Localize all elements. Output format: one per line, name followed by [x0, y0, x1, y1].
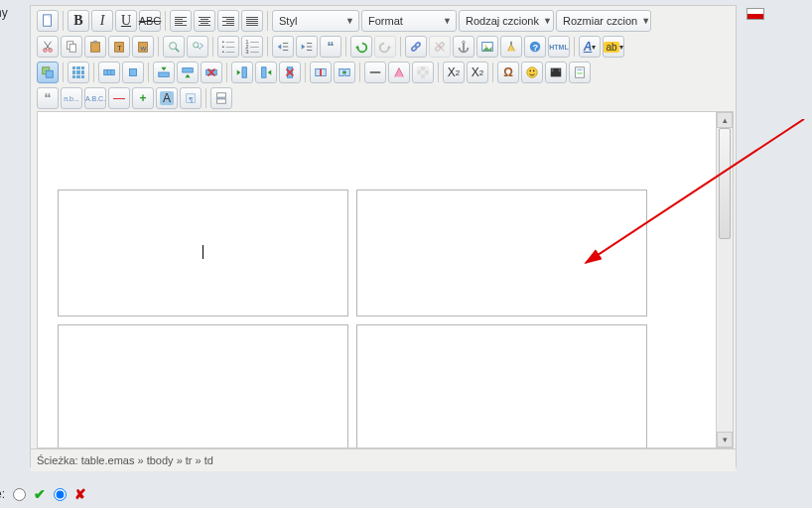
- format-select[interactable]: Format▼: [361, 10, 457, 32]
- svg-rect-32: [46, 70, 53, 77]
- radio-no[interactable]: [54, 488, 67, 501]
- scroll-down-button[interactable]: ▾: [717, 432, 733, 447]
- chevron-down-icon: ▼: [443, 16, 452, 26]
- col-delete-button[interactable]: [279, 62, 301, 83]
- paste-word-button[interactable]: W: [132, 36, 154, 58]
- svg-point-54: [533, 69, 535, 71]
- align-justify-button[interactable]: [241, 10, 263, 32]
- blockquote-button[interactable]: “: [320, 36, 341, 58]
- attributes-button[interactable]: A: [156, 87, 178, 109]
- paste-text-button[interactable]: T: [108, 36, 130, 58]
- toolbar-row-4: “ n.b... A.B.C. — + A ¶: [37, 85, 730, 111]
- acronym-button[interactable]: A.B.C.: [84, 87, 106, 109]
- align-center-button[interactable]: [194, 10, 215, 32]
- table-cell[interactable]: [356, 324, 647, 447]
- strikethrough-button[interactable]: ABC: [139, 10, 161, 32]
- table-row-props-button[interactable]: [98, 62, 120, 83]
- indent-button[interactable]: [296, 36, 318, 58]
- visual-aid-button[interactable]: [412, 62, 434, 83]
- row-insert-before-button[interactable]: [153, 62, 175, 83]
- subscript-button[interactable]: X2: [443, 62, 465, 83]
- visual-chars-button[interactable]: ¶: [180, 87, 202, 109]
- svg-point-22: [439, 42, 445, 48]
- replace-button[interactable]: [187, 36, 208, 58]
- scroll-thumb[interactable]: [719, 128, 731, 239]
- background-color-button[interactable]: ab▾: [603, 36, 624, 58]
- superscript-button[interactable]: X2: [467, 62, 488, 83]
- style-select[interactable]: Styl▼: [272, 10, 359, 32]
- cleanup-button[interactable]: [500, 36, 522, 58]
- cell-merge-button[interactable]: [334, 62, 355, 83]
- unordered-list-button[interactable]: • ──• ──• ──: [217, 36, 239, 58]
- svg-rect-5: [91, 43, 100, 53]
- find-button[interactable]: [163, 36, 185, 58]
- font-family-select[interactable]: Rodzaj czcionk▼: [459, 10, 554, 32]
- undo-button[interactable]: [350, 36, 372, 58]
- nbsp-button[interactable]: n.b...: [61, 87, 82, 109]
- field-label-bottom: e:: [0, 487, 5, 501]
- toolbar-row-3: X2 X2 Ω: [37, 60, 730, 85]
- table-row[interactable]: [58, 190, 647, 317]
- paste-button[interactable]: [84, 36, 106, 58]
- rich-text-editor: B I U ABC Styl▼ Format▼ Rodzaj czcionk▼ …: [30, 5, 737, 467]
- row-insert-after-button[interactable]: [177, 62, 199, 83]
- chevron-down-icon: ▼: [641, 16, 650, 26]
- col-insert-after-button[interactable]: [255, 62, 277, 83]
- source-button[interactable]: HTML: [548, 36, 570, 58]
- scroll-track[interactable]: [717, 128, 733, 432]
- svg-point-11: [170, 43, 177, 50]
- content-table[interactable]: [50, 182, 655, 447]
- link-button[interactable]: [405, 36, 427, 58]
- svg-rect-57: [552, 70, 554, 71]
- vertical-scrollbar[interactable]: ▴ ▾: [716, 112, 733, 447]
- radio-yes[interactable]: [13, 488, 26, 501]
- remove-format-button[interactable]: [388, 62, 410, 83]
- table-cell[interactable]: [356, 190, 647, 317]
- pagebreak-button[interactable]: [210, 87, 232, 109]
- image-button[interactable]: [476, 36, 498, 58]
- anchor-button[interactable]: [453, 36, 474, 58]
- align-left-button[interactable]: [170, 10, 192, 32]
- table-cell[interactable]: [58, 324, 348, 447]
- italic-button[interactable]: I: [91, 10, 113, 32]
- ordered-list-button[interactable]: 1 ──2 ──3 ──: [241, 36, 263, 58]
- table-cell-props-button[interactable]: [122, 62, 144, 83]
- align-right-button[interactable]: [217, 10, 239, 32]
- svg-rect-4: [69, 44, 75, 52]
- editor-content[interactable]: ▴ ▾: [37, 111, 734, 448]
- cite-button[interactable]: “: [37, 87, 59, 109]
- svg-rect-36: [130, 69, 137, 76]
- scroll-up-button[interactable]: ▴: [717, 112, 733, 128]
- outdent-button[interactable]: [272, 36, 294, 58]
- new-document-button[interactable]: [37, 10, 59, 32]
- hr-button[interactable]: [364, 62, 386, 83]
- font-size-select[interactable]: Rozmiar czcion▼: [556, 10, 651, 32]
- table-row[interactable]: [58, 324, 647, 447]
- special-char-button[interactable]: Ω: [497, 62, 519, 83]
- row-delete-button[interactable]: [201, 62, 222, 83]
- underline-button[interactable]: U: [115, 10, 137, 32]
- toolbar-row-2: T W • ──• ──• ── 1 ──2 ──3 ── “ ? HTML: [37, 34, 730, 60]
- element-path[interactable]: Ścieżka: table.emas » tbody » tr » td: [37, 454, 213, 466]
- cut-button[interactable]: [37, 36, 59, 58]
- unlink-button: [429, 36, 451, 58]
- col-insert-before-button[interactable]: [231, 62, 253, 83]
- bold-button[interactable]: B: [68, 10, 89, 32]
- layer-button[interactable]: [37, 62, 59, 83]
- media-button[interactable]: [545, 62, 567, 83]
- table-cell[interactable]: [58, 190, 348, 317]
- template-button[interactable]: [569, 62, 591, 83]
- locale-flag-icon[interactable]: [746, 8, 764, 20]
- text-cursor: [203, 245, 203, 259]
- help-button[interactable]: ?: [524, 36, 546, 58]
- cell-split-button[interactable]: [310, 62, 332, 83]
- toolbar-row-1: B I U ABC Styl▼ Format▼ Rodzaj czcionk▼ …: [37, 8, 730, 34]
- table-insert-button[interactable]: [68, 62, 89, 83]
- insert-tag-button[interactable]: +: [132, 87, 154, 109]
- text-color-button[interactable]: A▾: [579, 36, 601, 58]
- emoticons-button[interactable]: [521, 62, 543, 83]
- chevron-down-icon: ▼: [543, 16, 552, 26]
- copy-button[interactable]: [61, 36, 82, 58]
- redo-button: [374, 36, 396, 58]
- delete-tag-button[interactable]: —: [108, 87, 130, 109]
